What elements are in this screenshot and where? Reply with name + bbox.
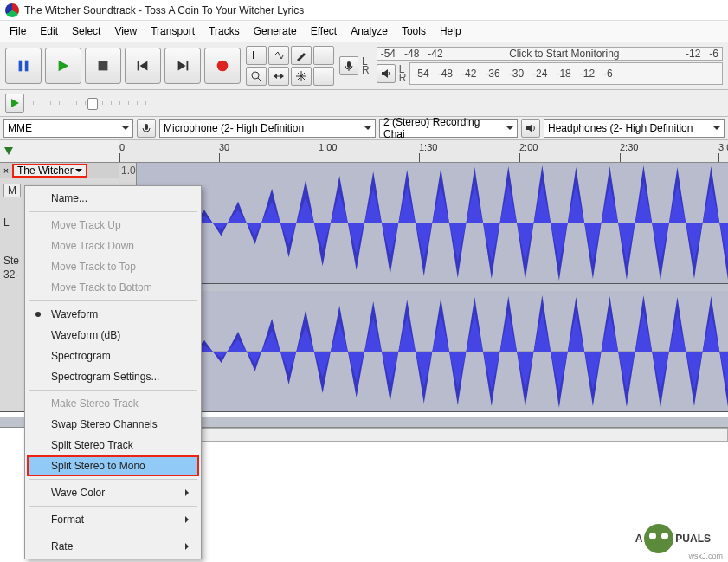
- time-label: 3:00: [718, 142, 728, 152]
- waveform-left[interactable]: [137, 163, 728, 283]
- menu-item-split-stereo-to-mono[interactable]: Split Stereo to Mono: [27, 455, 199, 476]
- playback-meter[interactable]: -54 -48 -42 -36 -30 -24 -18 -12 -6: [409, 62, 723, 85]
- svg-marker-15: [11, 99, 19, 107]
- time-label: 2:00: [519, 142, 538, 152]
- time-ruler[interactable]: 0301:001:302:002:303:00: [119, 140, 728, 162]
- menu-select[interactable]: Select: [66, 23, 106, 40]
- close-track-button[interactable]: ×: [0, 165, 12, 176]
- speaker-icon[interactable]: [377, 64, 396, 83]
- menu-tracks[interactable]: Tracks: [203, 23, 246, 40]
- envelope-tool-icon[interactable]: [268, 46, 289, 65]
- device-toolbar: MME Microphone (2- High Definition 2 (St…: [0, 117, 728, 140]
- svg-point-10: [252, 72, 259, 79]
- playback-speed-slider[interactable]: [33, 101, 154, 105]
- time-label: 0: [119, 142, 125, 152]
- menu-edit[interactable]: Edit: [34, 23, 64, 40]
- meter-lr-play: LR: [397, 65, 409, 82]
- skip-end-button[interactable]: [164, 48, 201, 84]
- time-label: 1:00: [319, 142, 337, 152]
- channel-left[interactable]: 1.0: [119, 163, 728, 284]
- timeline-ruler[interactable]: 0301:001:302:002:303:00: [0, 140, 728, 163]
- audio-host-select[interactable]: MME: [3, 119, 133, 138]
- blank-tool: [313, 46, 334, 65]
- pan-left-label: L: [3, 216, 10, 229]
- menu-generate[interactable]: Generate: [248, 23, 303, 40]
- channel-right[interactable]: [119, 291, 728, 412]
- svg-rect-16: [145, 124, 148, 130]
- svg-rect-6: [187, 61, 189, 71]
- time-label: 2:30: [620, 142, 638, 152]
- pause-button[interactable]: [5, 48, 42, 84]
- svg-text:I: I: [252, 49, 254, 61]
- menu-item-move-track-down: Move Track Down: [27, 236, 199, 256]
- mute-button[interactable]: M: [3, 184, 21, 197]
- menu-item-rate[interactable]: Rate: [27, 536, 199, 557]
- menu-analyze[interactable]: Analyze: [345, 23, 394, 40]
- svg-marker-17: [526, 124, 532, 132]
- menu-effect[interactable]: Effect: [305, 23, 343, 40]
- menu-file[interactable]: File: [3, 23, 32, 40]
- appuals-logo-icon: [644, 524, 673, 553]
- menu-item-swap-stereo-channels[interactable]: Swap Stereo Channels: [27, 414, 199, 435]
- record-button[interactable]: [204, 48, 241, 84]
- mic-icon[interactable]: [339, 56, 358, 75]
- multi-tool-icon[interactable]: [291, 67, 312, 86]
- window-title: The Witcher Soundtrack - Toss A Coin To …: [24, 4, 304, 16]
- recording-meter[interactable]: -54 -48 -42 Click to Start Monitoring -1…: [377, 47, 723, 61]
- selection-tool-icon[interactable]: I: [246, 46, 267, 65]
- play-speed-toolbar: [0, 90, 728, 117]
- track-dropdown-button[interactable]: The Witcher: [12, 164, 87, 178]
- svg-rect-13: [347, 61, 351, 68]
- timeline-pin[interactable]: [0, 140, 119, 162]
- menu-item-waveform-db[interactable]: Waveform (dB): [27, 325, 199, 346]
- blank-tool2: [313, 67, 334, 86]
- recording-device-select[interactable]: Microphone (2- High Definition: [159, 119, 376, 138]
- menu-item-waveform[interactable]: Waveform: [27, 304, 199, 325]
- menu-item-wave-color[interactable]: Wave Color: [27, 482, 199, 503]
- menu-item-spectrogram[interactable]: Spectrogram: [27, 346, 199, 366]
- stop-button[interactable]: [85, 48, 121, 84]
- zoom-tool-icon[interactable]: [246, 67, 267, 86]
- menu-item-move-track-up: Move Track Up: [27, 215, 199, 236]
- menu-item-name[interactable]: Name...: [27, 188, 199, 209]
- menu-tools[interactable]: Tools: [396, 23, 432, 40]
- mic-device-icon: [137, 119, 156, 138]
- menu-item-spectrogram-settings[interactable]: Spectrogram Settings...: [27, 366, 199, 387]
- source-watermark: wsxJ.com: [688, 552, 723, 560]
- recording-channels-select[interactable]: 2 (Stereo) Recording Chai: [379, 119, 518, 138]
- menu-transport[interactable]: Transport: [145, 23, 201, 40]
- svg-marker-5: [139, 61, 147, 71]
- svg-rect-1: [25, 61, 29, 72]
- track-context-menu: Name...Move Track UpMove Track DownMove …: [24, 185, 202, 559]
- svg-marker-18: [4, 147, 13, 155]
- menu-item-make-stereo-track: Make Stereo Track: [27, 393, 199, 414]
- waveform-right[interactable]: [137, 291, 728, 412]
- skip-start-button[interactable]: [125, 48, 161, 84]
- menu-item-move-track-to-top: Move Track to Top: [27, 256, 199, 277]
- time-label: 1:30: [419, 142, 437, 152]
- menu-help[interactable]: Help: [434, 23, 467, 40]
- record-meter-section: LR: [339, 56, 371, 75]
- time-label: 30: [219, 142, 229, 152]
- play-at-speed-button[interactable]: [5, 94, 24, 113]
- watermark: APUALS: [635, 524, 711, 553]
- svg-marker-14: [382, 69, 388, 78]
- svg-rect-0: [19, 61, 23, 72]
- draw-tool-icon[interactable]: [291, 46, 312, 65]
- menu-item-split-stereo-track[interactable]: Split Stereo Track: [27, 435, 199, 455]
- menu-item-format[interactable]: Format: [27, 509, 199, 530]
- timeshift-tool-icon[interactable]: [268, 67, 289, 86]
- chevron-down-icon: [75, 169, 82, 176]
- svg-point-8: [217, 61, 229, 72]
- svg-marker-7: [178, 61, 186, 71]
- svg-marker-2: [59, 61, 69, 72]
- horizontal-scrollbar[interactable]: [119, 428, 728, 442]
- play-button[interactable]: [45, 48, 81, 84]
- playback-device-select[interactable]: Headphones (2- High Definition: [544, 119, 725, 138]
- transport-toolbar: I LR -54 -48 -42 Click to Start Monitori…: [0, 42, 728, 90]
- menu-view[interactable]: View: [108, 23, 143, 40]
- menu-item-move-track-to-bottom: Move Track to Bottom: [27, 277, 199, 298]
- waveform-view[interactable]: 1.0: [119, 163, 728, 412]
- svg-rect-3: [99, 61, 108, 71]
- tools-grid: I: [246, 46, 334, 86]
